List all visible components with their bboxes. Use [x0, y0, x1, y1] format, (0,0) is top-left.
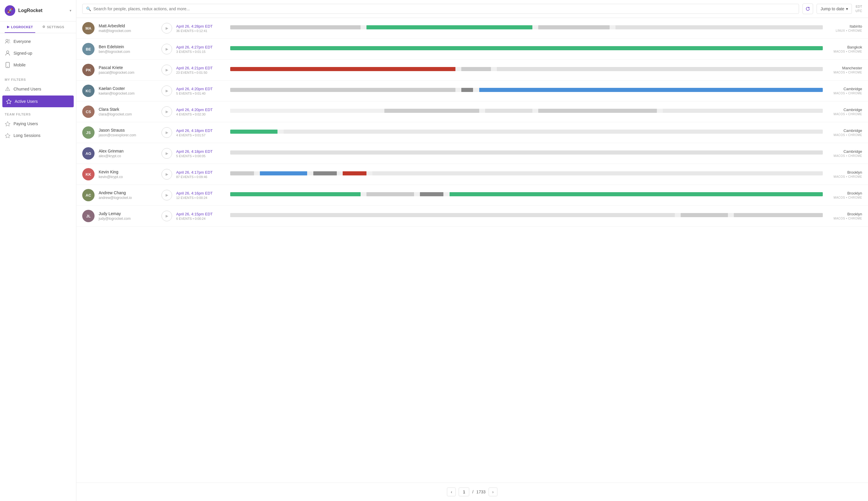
- tab-logrocket[interactable]: ▶ LOGROCKET: [5, 21, 35, 33]
- session-meta: 4 EVENTS • 0:01:57: [176, 134, 226, 137]
- user-email: kevin@krypt.co: [99, 175, 157, 179]
- session-time: April 26, 4:17pm EDT 87 EVENTS • 0:09:46: [176, 170, 226, 179]
- bar-segment: [284, 130, 823, 134]
- play-button[interactable]: ▶: [162, 190, 172, 200]
- session-date: April 26, 4:20pm EDT: [176, 87, 226, 91]
- location-os: MACOS • CHROME: [827, 134, 862, 137]
- play-button[interactable]: ▶: [162, 211, 172, 221]
- everyone-icon: [5, 39, 11, 44]
- bar-segment: [230, 130, 277, 134]
- avatar: JS: [82, 126, 95, 139]
- session-date: April 26, 4:15pm EDT: [176, 212, 226, 216]
- play-button[interactable]: ▶: [162, 148, 172, 159]
- location-os: MACOS • CHROME: [827, 71, 862, 74]
- table-row[interactable]: BE Ben Edelstein ben@logrocket.com ▶ Apr…: [76, 39, 868, 60]
- jump-to-date-button[interactable]: Jump to date ▾: [817, 4, 852, 14]
- churned-users-icon: [5, 86, 11, 92]
- bar-segment: [420, 192, 444, 196]
- user-info: Judy Lemay judy@logrocket.com: [99, 211, 157, 221]
- bar-segment: [681, 213, 728, 217]
- bar-track: [230, 88, 823, 92]
- user-name: Kevin King: [99, 170, 157, 174]
- play-button[interactable]: ▶: [162, 44, 172, 54]
- bar-segment: [230, 213, 675, 217]
- sidebar-item-mobile[interactable]: Mobile: [0, 59, 76, 71]
- bar-segment: [450, 192, 823, 196]
- session-time: April 26, 4:16pm EDT 12 EVENTS • 0:00:24: [176, 191, 226, 200]
- table-row[interactable]: MA Matt Arbesfeld matt@logrocket.com ▶ A…: [76, 18, 868, 39]
- table-row[interactable]: JL Judy Lemay judy@logrocket.com ▶ April…: [76, 206, 868, 226]
- bar-segment: [663, 109, 823, 113]
- bar-segment: [384, 109, 479, 113]
- location-os: MACOS • CHROME: [827, 50, 862, 53]
- paying-users-icon: [5, 121, 11, 127]
- table-row[interactable]: PK Pascal Kriete pascal@logrocket.com ▶ …: [76, 60, 868, 81]
- pagination-separator: /: [472, 490, 473, 494]
- user-name: Jason Strauss: [99, 128, 157, 132]
- session-date: April 26, 4:18pm EDT: [176, 128, 226, 133]
- play-button[interactable]: ▶: [162, 86, 172, 96]
- bar-segment: [230, 88, 455, 92]
- sidebar-item-signedup[interactable]: Signed-up: [0, 47, 76, 59]
- session-activity-bar: [230, 171, 823, 177]
- location-os: MACOS • CHROME: [827, 196, 862, 199]
- session-date: April 26, 4:18pm EDT: [176, 149, 226, 154]
- sidebar-item-long-sessions[interactable]: Long Sessions: [0, 130, 76, 141]
- user-name: Andrew Chang: [99, 190, 157, 195]
- table-row[interactable]: AC Andrew Chang andrew@logrocket.io ▶ Ap…: [76, 185, 868, 206]
- user-email: alex@krypt.co: [99, 154, 157, 158]
- table-row[interactable]: CS Clara Stark clara@logrocket.com ▶ Apr…: [76, 102, 868, 122]
- bar-track: [230, 150, 823, 154]
- current-page-input[interactable]: [459, 488, 469, 496]
- user-email: andrew@logrocket.io: [99, 196, 157, 200]
- sidebar-item-active-users[interactable]: Active Users: [2, 96, 74, 107]
- session-date: April 26, 4:20pm EDT: [176, 108, 226, 112]
- table-row[interactable]: KK Kevin King kevin@krypt.co ▶ April 26,…: [76, 164, 868, 185]
- refresh-button[interactable]: [803, 3, 813, 14]
- bar-segment: [230, 171, 254, 175]
- table-row[interactable]: AG Alex Grinman alex@krypt.co ▶ April 26…: [76, 143, 868, 164]
- user-info: Matt Arbesfeld matt@logrocket.com: [99, 23, 157, 33]
- table-row[interactable]: JS Jason Strauss jason@csvexplorer.com ▶…: [76, 122, 868, 143]
- user-email: matt@logrocket.com: [99, 29, 157, 33]
- my-filters-section: MY FILTERS Churned Users Active Users: [0, 73, 76, 108]
- sidebar-item-paying-users[interactable]: Paying Users: [0, 118, 76, 130]
- sidebar-item-churned-users[interactable]: Churned Users: [0, 83, 76, 95]
- timezone-utc: UTC: [855, 9, 862, 13]
- avatar: KK: [82, 168, 95, 180]
- play-button[interactable]: ▶: [162, 169, 172, 180]
- session-meta: 5 EVENTS • 0:00:05: [176, 154, 226, 158]
- user-info: Kevin King kevin@krypt.co: [99, 170, 157, 179]
- sidebar-default-section: Everyone Signed-up Mobile: [0, 33, 76, 73]
- session-activity-bar: [230, 67, 823, 73]
- chevron-down-icon: ▾: [846, 7, 848, 11]
- user-email: pascal@logrocket.com: [99, 71, 157, 75]
- avatar: AG: [82, 147, 95, 160]
- prev-page-button[interactable]: ‹: [447, 488, 456, 496]
- bar-segment: [461, 88, 473, 92]
- location-city: Itabirito: [827, 24, 862, 29]
- table-row[interactable]: KC Kaelan Cooter kaelan@logrocket.com ▶ …: [76, 81, 868, 102]
- session-activity-bar: [230, 150, 823, 156]
- session-meta: 4 EVENTS • 0:02:30: [176, 113, 226, 116]
- session-time: April 26, 4:27pm EDT 3 EVENTS • 0:01:15: [176, 45, 226, 53]
- session-date: April 26, 4:16pm EDT: [176, 191, 226, 195]
- bar-track: [230, 46, 823, 50]
- signedup-icon: [5, 50, 11, 56]
- sidebar-item-everyone[interactable]: Everyone: [0, 35, 76, 47]
- settings-tab-icon: ⚙: [42, 25, 45, 29]
- session-time: April 26, 4:20pm EDT 5 EVENTS • 0:01:40: [176, 87, 226, 95]
- session-activity-bar: [230, 46, 823, 52]
- play-button[interactable]: ▶: [162, 127, 172, 138]
- logo-chevron-icon[interactable]: ▾: [69, 9, 72, 13]
- play-button[interactable]: ▶: [162, 106, 172, 117]
- play-button[interactable]: ▶: [162, 65, 172, 75]
- tab-settings[interactable]: ⚙ SETTINGS: [40, 21, 67, 33]
- bar-segment: [343, 171, 366, 175]
- play-button[interactable]: ▶: [162, 23, 172, 33]
- bar-segment: [230, 109, 378, 113]
- search-input[interactable]: [94, 7, 795, 11]
- next-page-button[interactable]: ›: [488, 488, 497, 496]
- search-box[interactable]: 🔍: [82, 4, 799, 14]
- user-email: kaelan@logrocket.com: [99, 92, 157, 96]
